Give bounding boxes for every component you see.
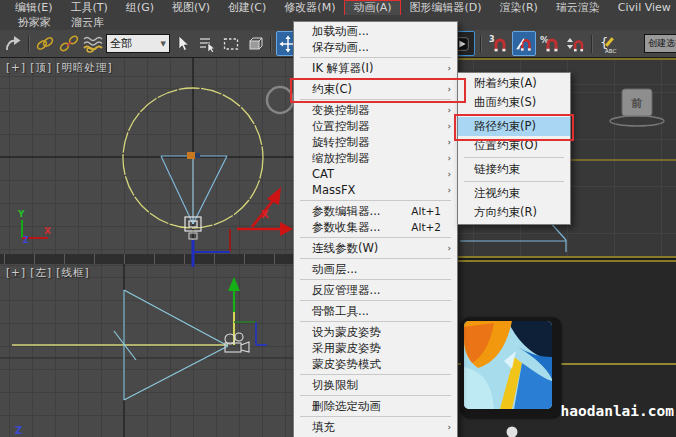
toolbar-separator xyxy=(28,35,30,53)
submenu-arrow-icon: › xyxy=(441,169,451,179)
menu-rendering[interactable]: 渲染(R) xyxy=(491,1,547,15)
menu-graph-editors[interactable]: 图形编辑器(D) xyxy=(401,1,491,15)
menu-separator xyxy=(300,300,451,301)
menu-item-skin-pose-mode[interactable]: 蒙皮姿势模式 xyxy=(294,356,457,372)
menu-item-massfx[interactable]: MassFX› xyxy=(294,182,457,198)
menu-item-wire-parameters[interactable]: 连线参数(W)› xyxy=(294,240,457,256)
menu-separator xyxy=(464,181,564,182)
menu-views[interactable]: 视图(V) xyxy=(163,1,219,15)
menu-item-animation-layers[interactable]: 动画层... xyxy=(294,261,457,277)
menu-item-bone-tools[interactable]: 骨骼工具... xyxy=(294,303,457,319)
menu-liuyunku[interactable]: 溜云库 xyxy=(61,15,114,30)
menu-item-transform-controllers[interactable]: 变换控制器› xyxy=(294,102,457,118)
window-crossing-icon[interactable] xyxy=(244,32,266,55)
constraints-submenu: 附着约束(A) 曲面约束(S) 路径约束(P) 位置约束(O) 链接约束 注视约… xyxy=(457,72,571,225)
right-viewport-divider[interactable] xyxy=(457,256,676,262)
menu-group[interactable]: 组(G) xyxy=(117,1,163,15)
viewport-top-label[interactable]: [+] [顶] [明暗处理] xyxy=(6,61,113,75)
menu-separator xyxy=(464,114,564,115)
menu-separator xyxy=(300,57,451,58)
menu-separator xyxy=(300,279,451,280)
menu-separator xyxy=(300,395,451,396)
menu-separator xyxy=(300,237,451,238)
viewport-left-label[interactable]: [+] [左] [线框] xyxy=(6,266,90,280)
toolbar-separator xyxy=(591,35,593,53)
submenu-item-path-constraint[interactable]: 路径约束(P) xyxy=(458,117,570,136)
menu-separator xyxy=(300,78,451,79)
menu-item-cat[interactable]: CAT› xyxy=(294,166,457,182)
bind-to-space-warp-icon[interactable] xyxy=(82,32,104,55)
right-viewport-top-border xyxy=(457,58,676,60)
menu-item-delete-selected-animation[interactable]: 删除选定动画 xyxy=(294,398,457,414)
shortcut-label: Alt+1 xyxy=(411,205,451,217)
menu-animation[interactable]: 动画(A) xyxy=(344,0,400,16)
submenu-arrow-icon: › xyxy=(441,422,451,432)
submenu-item-lookat-constraint[interactable]: 注视约束 xyxy=(458,184,570,203)
submenu-arrow-icon: › xyxy=(441,105,451,115)
menu-separator xyxy=(300,200,451,201)
menu-civil-view[interactable]: Civil View xyxy=(609,1,676,15)
menu-bar: 编辑(E) 工具(T) 组(G) 视图(V) 创建(C) 修改器(M) 动画(A… xyxy=(0,0,676,15)
select-and-link-icon[interactable] xyxy=(34,32,56,55)
submenu-item-attachment-constraint[interactable]: 附着约束(A) xyxy=(458,74,570,93)
menu-item-reaction-manager[interactable]: 反应管理器... xyxy=(294,282,457,298)
tablet-wallpaper xyxy=(464,321,552,409)
menu-separator xyxy=(300,321,451,322)
3dsmax-window: [+] [顶] [明暗处理] [+] [左] [线框] xyxy=(0,0,676,437)
selection-set-value: 创建选择集 xyxy=(648,37,676,50)
redo-button[interactable] xyxy=(2,32,24,55)
submenu-arrow-icon: › xyxy=(441,185,451,195)
selection-filter-dropdown[interactable]: 全部 ▼ xyxy=(106,34,170,53)
menu-item-load-animation[interactable]: 加载动画... xyxy=(294,23,457,39)
menu-item-assume-skin-pose[interactable]: 采用蒙皮姿势 xyxy=(294,340,457,356)
menu-banjiajia[interactable]: 扮家家 xyxy=(8,15,61,30)
menu-edit[interactable]: 编辑(E) xyxy=(6,1,62,15)
menu-item-ik-solvers[interactable]: IK 解算器(I)› xyxy=(294,60,457,76)
submenu-item-position-constraint[interactable]: 位置约束(O) xyxy=(458,136,570,155)
menu-item-toggle-limits[interactable]: 切换限制 xyxy=(294,377,457,393)
tablet-model[interactable] xyxy=(461,318,561,418)
menu-separator xyxy=(300,416,451,417)
submenu-arrow-icon: › xyxy=(441,137,451,147)
menu-separator xyxy=(464,157,564,158)
menu-separator xyxy=(300,374,451,375)
selection-region-icon[interactable] xyxy=(220,32,242,55)
menu-item-constraints[interactable]: 约束(C)› xyxy=(294,81,457,97)
menu-tools[interactable]: 工具(T) xyxy=(62,1,117,15)
snaps-toggle-button[interactable]: 3 xyxy=(487,32,509,55)
menu-modifiers[interactable]: 修改器(M) xyxy=(275,1,344,15)
select-object-icon[interactable] xyxy=(172,32,194,55)
submenu-item-surface-constraint[interactable]: 曲面约束(S) xyxy=(458,93,570,112)
menu-item-set-as-skin-pose[interactable]: 设为蒙皮姿势 xyxy=(294,324,457,340)
edit-named-selection-sets-button[interactable]: {ABC xyxy=(598,32,620,55)
chevron-down-icon: ▼ xyxy=(161,40,166,48)
menu-item-position-controllers[interactable]: 位置控制器› xyxy=(294,118,457,134)
submenu-arrow-icon: › xyxy=(441,84,451,94)
snap-level-text: 3 xyxy=(489,35,495,44)
select-by-name-icon[interactable] xyxy=(196,32,218,55)
menu-item-save-animation[interactable]: 保存动画... xyxy=(294,39,457,55)
watermark: haodanlai.com xyxy=(552,403,674,419)
menu-item-parameter-editor[interactable]: 参数编辑器...Alt+1 xyxy=(294,203,457,219)
menu-item-parameter-collector[interactable]: 参数收集器...Alt+2 xyxy=(294,219,457,235)
submenu-item-link-constraint[interactable]: 链接约束 xyxy=(458,160,570,179)
menu-separator xyxy=(300,258,451,259)
menu-separator xyxy=(300,99,451,100)
menu-item-scale-controllers[interactable]: 缩放控制器› xyxy=(294,150,457,166)
submenu-arrow-icon: › xyxy=(441,243,451,253)
spinner-snap-toggle-button[interactable] xyxy=(564,32,586,55)
submenu-arrow-icon: › xyxy=(441,63,451,73)
animation-menu-dropdown: 加载动画... 保存动画... IK 解算器(I)› 约束(C)› 变换控制器›… xyxy=(293,21,458,437)
unlink-selection-icon[interactable] xyxy=(58,32,80,55)
abc-text: ABC xyxy=(605,48,616,54)
submenu-arrow-icon: › xyxy=(441,121,451,131)
submenu-item-orientation-constraint[interactable]: 方向约束(R) xyxy=(458,203,570,222)
named-selection-set-dropdown[interactable]: 创建选择集 xyxy=(644,34,676,53)
angle-snap-toggle-button[interactable] xyxy=(512,31,536,56)
menu-item-populate[interactable]: 填充› xyxy=(294,419,457,435)
menu-item-rotation-controllers[interactable]: 旋转控制器› xyxy=(294,134,457,150)
shortcut-label: Alt+2 xyxy=(411,221,451,233)
menu-create[interactable]: 创建(C) xyxy=(219,1,275,15)
menu-rayvision[interactable]: 瑞云渲染 xyxy=(547,1,609,15)
percent-snap-toggle-button[interactable]: % xyxy=(539,32,561,55)
